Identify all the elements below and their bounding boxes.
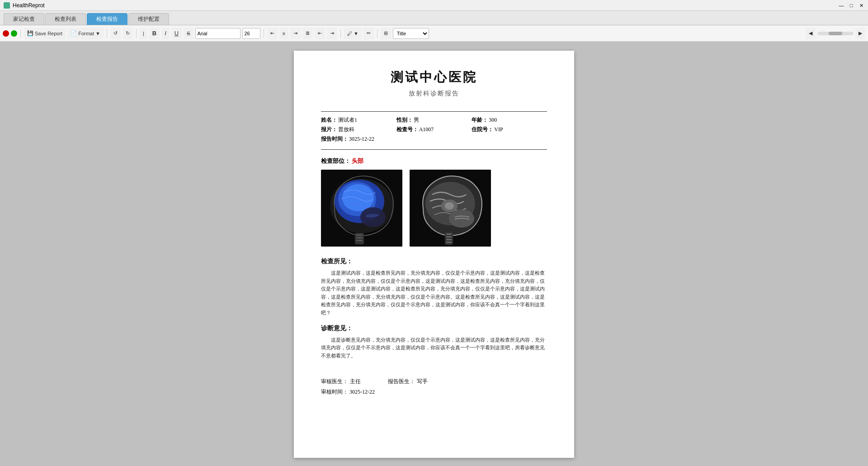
eraser-button[interactable]: ✏ bbox=[363, 28, 374, 39]
brain-image-1 bbox=[321, 170, 402, 247]
reviewer-value: 主任 bbox=[350, 378, 361, 385]
align-right-icon: ⇥ bbox=[293, 30, 297, 36]
color-red-btn[interactable] bbox=[3, 30, 9, 37]
svg-point-13 bbox=[445, 202, 454, 209]
report-time-cell: 报告时间： 3025-12-22 bbox=[321, 135, 396, 143]
align-justify-icon: ≣ bbox=[306, 30, 310, 36]
reporter-cell: 报告医生： 写手 bbox=[388, 378, 428, 385]
reporter-value: 写手 bbox=[417, 378, 428, 385]
style-select[interactable]: Title Heading 1 Normal bbox=[393, 28, 429, 39]
sep3 bbox=[136, 29, 137, 38]
sep6 bbox=[377, 29, 377, 38]
maximize-button[interactable]: □ bbox=[848, 2, 854, 9]
sign-row: 审核医生： 主任 报告医生： 写手 bbox=[321, 373, 547, 385]
strikethrough-button[interactable]: S bbox=[184, 28, 193, 39]
underline-button[interactable]: U bbox=[171, 28, 182, 39]
strikethrough-icon: S bbox=[187, 31, 190, 36]
tab-bar: 家记检查 检查列表 检查报告 维护配置 bbox=[0, 11, 868, 25]
separator-btn[interactable]: | bbox=[140, 28, 147, 39]
redo-button[interactable]: ↻ bbox=[123, 28, 133, 39]
svg-rect-19 bbox=[446, 242, 452, 243]
svg-point-4 bbox=[342, 184, 374, 211]
tab-records[interactable]: 家记检查 bbox=[4, 13, 44, 25]
inpatient-no: VIP bbox=[494, 126, 503, 133]
title-bar: HealthReprot — □ ✕ bbox=[0, 0, 868, 11]
chevron-down-icon2: ▼ bbox=[354, 31, 359, 36]
svg-rect-17 bbox=[446, 236, 452, 238]
diagnosis-title: 诊断意见： bbox=[321, 324, 547, 333]
report-time: 3025-12-22 bbox=[349, 136, 374, 143]
save-report-button[interactable]: 💾 Save Report bbox=[24, 28, 66, 39]
age-cell: 年龄： 300 bbox=[472, 116, 547, 124]
color-green-btn[interactable] bbox=[11, 30, 17, 37]
insert-icon: ⊞ bbox=[384, 30, 388, 36]
sep1 bbox=[20, 29, 21, 38]
report-date-row: 审核时间： 3025-12-22 bbox=[321, 388, 547, 396]
exam-no-cell: 检查号： A1007 bbox=[396, 126, 472, 133]
info-row-1: 姓名： 测试者1 性别： 男 年龄： 300 bbox=[321, 116, 547, 124]
name-cell: 姓名： 测试者1 bbox=[321, 116, 396, 124]
scroll-right-button[interactable]: ▶ bbox=[855, 28, 865, 39]
close-button[interactable]: ✕ bbox=[858, 2, 864, 9]
patient-info: 姓名： 测试者1 性别： 男 年龄： 300 报片： 普放科 检查号 bbox=[321, 111, 547, 150]
redo-icon: ↻ bbox=[126, 30, 130, 36]
id-cell: 报片： 普放科 bbox=[321, 126, 396, 133]
sep5 bbox=[340, 29, 341, 38]
gender-cell: 性别： 男 bbox=[396, 116, 472, 124]
svg-rect-9 bbox=[356, 240, 363, 241]
inpatient-cell: 住院号： VIP bbox=[472, 126, 547, 133]
hospital-title: 测试中心医院 bbox=[321, 69, 547, 86]
findings-text[interactable]: 这是测试内容，这是检查所见内容，充分填充内容，仅仅是个示意内容，这是测试内容，这… bbox=[321, 269, 547, 317]
svg-rect-7 bbox=[356, 234, 363, 236]
font-size-input[interactable] bbox=[242, 28, 260, 39]
svg-rect-16 bbox=[446, 233, 452, 235]
body-part-row: 检查部位： 头部 bbox=[321, 157, 547, 165]
app-icon bbox=[4, 2, 10, 9]
insert-button[interactable]: ⊞ bbox=[381, 28, 391, 39]
window-controls: — □ ✕ bbox=[838, 2, 864, 9]
minimize-button[interactable]: — bbox=[838, 2, 844, 9]
highlight-button[interactable]: 🖊 ▼ bbox=[344, 28, 362, 39]
highlight-icon: 🖊 bbox=[347, 31, 352, 36]
indent-decrease-button[interactable]: ⇤ bbox=[315, 28, 325, 39]
format-icon: 📄 bbox=[71, 30, 77, 36]
exam-no: A1007 bbox=[419, 126, 434, 133]
font-family-input[interactable] bbox=[195, 28, 241, 39]
undo-icon: ↺ bbox=[113, 30, 118, 36]
chevron-down-icon: ▼ bbox=[95, 31, 100, 36]
svg-rect-18 bbox=[446, 239, 452, 240]
tab-report[interactable]: 检查报告 bbox=[87, 13, 127, 25]
indent-increase-button[interactable]: ⇥ bbox=[327, 28, 337, 39]
info-row-2: 报片： 普放科 检查号： A1007 住院号： VIP bbox=[321, 126, 547, 133]
diagnosis-text[interactable]: 这是诊断意见内容，充分填充内容，仅仅是个示意内容，这是测试内容，这是检查所见内容… bbox=[321, 336, 547, 360]
sep2 bbox=[107, 29, 107, 38]
align-right-button[interactable]: ⇥ bbox=[290, 28, 301, 39]
save-icon: 💾 bbox=[27, 30, 33, 36]
tab-list[interactable]: 检查列表 bbox=[45, 13, 86, 25]
patient-id: 普放科 bbox=[338, 126, 354, 133]
italic-button[interactable]: I bbox=[161, 28, 170, 39]
align-center-button[interactable]: ≡ bbox=[279, 28, 288, 39]
format-button[interactable]: 📄 Format ▼ bbox=[67, 28, 104, 39]
scroll-left-button[interactable]: ◀ bbox=[806, 28, 816, 39]
indent-increase-icon: ⇥ bbox=[330, 30, 334, 36]
undo-button[interactable]: ↺ bbox=[110, 28, 121, 39]
align-center-icon: ≡ bbox=[283, 31, 285, 36]
findings-title: 检查所见： bbox=[321, 257, 547, 266]
align-justify-button[interactable]: ≣ bbox=[302, 28, 313, 39]
align-left-button[interactable]: ⇤ bbox=[267, 28, 278, 39]
main-area: 测试中心医院 放射科诊断报告 姓名： 测试者1 性别： 男 年龄： 300 bbox=[0, 42, 868, 466]
patient-gender: 男 bbox=[414, 116, 419, 124]
info-row-3: 报告时间： 3025-12-22 bbox=[321, 135, 547, 143]
eraser-icon: ✏ bbox=[367, 30, 371, 36]
patient-name: 测试者1 bbox=[338, 116, 357, 124]
reviewer-cell: 审核医生： 主任 bbox=[321, 378, 361, 385]
report-type: 放射科诊断报告 bbox=[321, 90, 547, 98]
diagnosis-section: 诊断意见： 这是诊断意见内容，充分填充内容，仅仅是个示意内容，这是测试内容，这是… bbox=[321, 324, 547, 360]
document[interactable]: 测试中心医院 放射科诊断报告 姓名： 测试者1 性别： 男 年龄： 300 bbox=[294, 51, 574, 458]
bold-button[interactable]: B bbox=[149, 28, 160, 39]
tab-config[interactable]: 维护配置 bbox=[128, 13, 169, 25]
align-left-icon: ⇤ bbox=[270, 30, 274, 36]
indent-decrease-icon: ⇤ bbox=[318, 30, 322, 36]
sep4 bbox=[264, 29, 264, 38]
